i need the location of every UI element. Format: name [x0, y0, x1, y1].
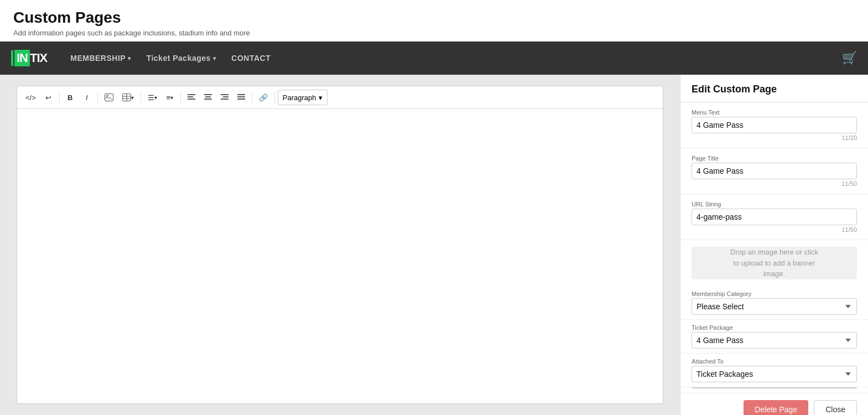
url-string-input[interactable] — [692, 209, 857, 225]
align-right-button[interactable] — [217, 90, 232, 105]
table-chevron-icon: ▾ — [131, 95, 134, 101]
bullet-list-button[interactable]: ☰ ▾ — [144, 90, 161, 105]
numlist-chevron-icon: ▾ — [170, 95, 173, 101]
svg-rect-9 — [204, 94, 212, 95]
toolbar-separator — [59, 92, 60, 103]
menu-text-char-count: 11/20 — [692, 134, 857, 141]
page-title-char-count: 11/50 — [692, 180, 857, 187]
logo-stripe — [11, 50, 13, 66]
attached-to-select[interactable]: Ticket Packages — [692, 366, 857, 382]
svg-rect-16 — [237, 96, 245, 97]
chevron-down-icon: ▾ — [213, 55, 216, 61]
page-header: Custom Pages Add information pages such … — [0, 0, 868, 42]
image-drop-zone[interactable]: Drop an image here or clickto upload to … — [692, 247, 857, 279]
align-center-button[interactable] — [200, 90, 216, 105]
ticket-package-section: Ticket Package 4 Game Pass — [680, 320, 868, 354]
image-drop-text: Drop an image here or clickto upload to … — [730, 247, 818, 279]
nav-item-ticket-packages[interactable]: Ticket Packages ▾ — [140, 49, 223, 67]
main-content: </> ↩ B I — [0, 75, 868, 415]
toolbar-separator-4 — [180, 92, 181, 103]
url-string-char-count: 11/50 — [692, 226, 857, 233]
editor-toolbar: </> ↩ B I — [17, 86, 663, 109]
paragraph-dropdown[interactable]: Paragraph ▾ — [278, 90, 328, 105]
editor-container: </> ↩ B I — [17, 86, 663, 404]
align-left-button[interactable] — [184, 90, 199, 105]
svg-rect-11 — [204, 98, 212, 100]
page-title-label: Page Title — [692, 155, 857, 162]
panel-header: Edit Custom Page — [680, 75, 868, 102]
panel-footer: Delete Page Close — [680, 393, 868, 416]
svg-point-1 — [106, 95, 108, 97]
italic-button[interactable]: I — [79, 90, 95, 105]
ticket-package-select[interactable]: 4 Game Pass — [692, 332, 857, 349]
menu-text-label: Menu Text — [692, 109, 857, 116]
nav-item-contact[interactable]: CONTACT — [225, 49, 277, 67]
nav-items: MEMBERSHIP ▾ Ticket Packages ▾ CONTACT — [64, 49, 842, 67]
toolbar-separator-3 — [141, 92, 141, 103]
nav-item-membership[interactable]: MEMBERSHIP ▾ — [64, 49, 137, 67]
table-button[interactable]: ▾ — [118, 90, 138, 105]
url-string-section: URL String 11/50 — [680, 194, 868, 240]
editor-body[interactable] — [17, 109, 663, 403]
attached-to-section: Attached To Ticket Packages — [680, 354, 868, 387]
membership-category-section: Membership Category Please Select — [680, 286, 868, 320]
yes-no-dropdown: ✓ No Yes — [692, 387, 857, 388]
attached-to-label: Attached To — [692, 358, 857, 365]
menu-text-input[interactable] — [692, 117, 857, 133]
svg-rect-14 — [221, 98, 228, 100]
page-title: Custom Pages — [13, 9, 855, 27]
toolbar-separator-5 — [252, 92, 252, 103]
ticket-package-label: Ticket Package — [692, 324, 857, 331]
svg-rect-15 — [237, 94, 245, 95]
svg-rect-13 — [223, 96, 228, 97]
toolbar-separator-2 — [97, 92, 98, 103]
svg-rect-8 — [188, 98, 195, 100]
svg-rect-7 — [188, 96, 193, 97]
bold-button[interactable]: B — [63, 90, 78, 105]
logo[interactable]: INTIX — [11, 50, 47, 66]
list-chevron-icon: ▾ — [154, 95, 157, 101]
panel-title: Edit Custom Page — [692, 84, 857, 95]
align-justify-button[interactable] — [233, 90, 249, 105]
cart-icon[interactable]: 🛒 — [842, 51, 857, 65]
logo-tix: TIX — [30, 51, 47, 65]
close-button[interactable]: Close — [814, 400, 857, 416]
paragraph-chevron-icon: ▾ — [319, 94, 323, 102]
link-button[interactable]: 🔗 — [255, 90, 272, 105]
svg-rect-17 — [237, 98, 245, 100]
delete-page-button[interactable]: Delete Page — [744, 400, 808, 416]
code-button[interactable]: </> — [22, 90, 40, 105]
url-string-label: URL String — [692, 201, 857, 208]
right-panel: Edit Custom Page Menu Text 11/20 Page Ti… — [680, 75, 868, 415]
editor-area: </> ↩ B I — [0, 75, 680, 415]
navbar: INTIX MEMBERSHIP ▾ Ticket Packages ▾ CON… — [0, 42, 868, 75]
chevron-down-icon: ▾ — [128, 55, 131, 61]
toolbar-separator-6 — [274, 92, 275, 103]
menu-text-section: Menu Text 11/20 — [680, 102, 868, 148]
membership-category-label: Membership Category — [692, 290, 857, 297]
image-button[interactable] — [101, 90, 117, 105]
page-title-section: Page Title 11/50 — [680, 148, 868, 194]
undo-button[interactable]: ↩ — [41, 90, 56, 105]
numbered-list-button[interactable]: ≡ ▾ — [162, 90, 178, 105]
option-no[interactable]: ✓ No — [692, 388, 856, 388]
logo-in: IN — [14, 50, 30, 66]
membership-category-select[interactable]: Please Select — [692, 298, 857, 315]
svg-rect-12 — [221, 94, 228, 95]
svg-rect-10 — [205, 96, 211, 97]
svg-rect-6 — [188, 94, 195, 95]
page-subtitle: Add information pages such as package in… — [13, 29, 855, 37]
page-title-input[interactable] — [692, 163, 857, 179]
